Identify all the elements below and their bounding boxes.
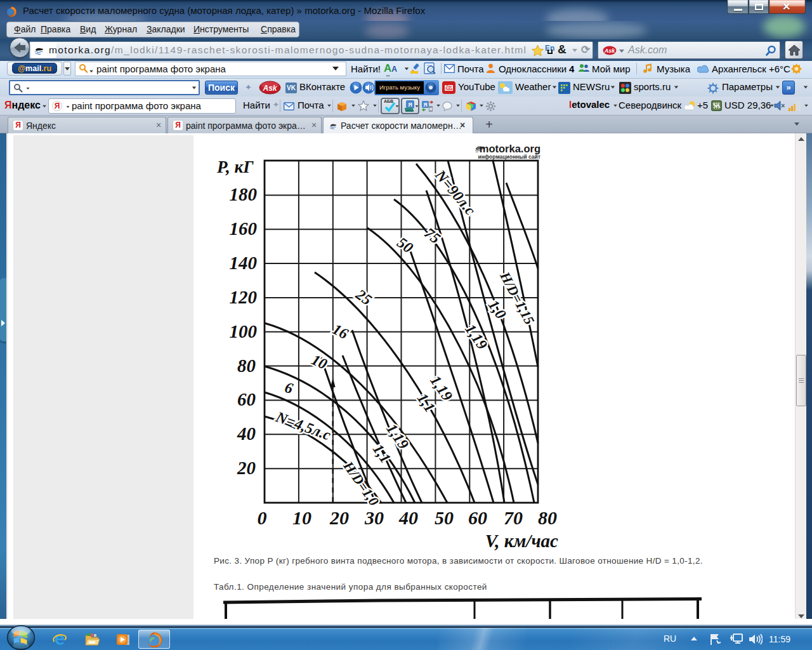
svg-text:140: 140 (230, 253, 258, 273)
svg-text:я: я (429, 106, 432, 112)
svg-text:V, км/час: V, км/час (485, 531, 558, 551)
svg-text:40: 40 (398, 507, 418, 528)
svg-text:motorka.org: motorka.org (480, 143, 540, 154)
svg-text:Я: Я (408, 102, 412, 108)
svg-text:Р, кГ: Р, кГ (216, 157, 254, 176)
svg-text:60: 60 (237, 389, 256, 409)
svg-text:30: 30 (364, 507, 384, 528)
svg-text:10: 10 (292, 507, 311, 528)
svg-text:50: 50 (435, 507, 454, 528)
svg-text:информационный сайт: информационный сайт (478, 154, 540, 160)
svg-text:6: 6 (283, 379, 294, 397)
svg-text:100: 100 (230, 321, 258, 342)
svg-text:25: 25 (352, 286, 374, 308)
svg-text:60: 60 (468, 507, 487, 528)
svg-text:N=4,5л.с: N=4,5л.с (273, 408, 334, 444)
svg-text:20: 20 (329, 507, 349, 528)
svg-text:0: 0 (258, 507, 267, 528)
svg-text:160: 160 (230, 218, 258, 239)
svg-text:1,1: 1,1 (414, 390, 439, 415)
svg-text:80: 80 (538, 507, 557, 528)
svg-text:70: 70 (504, 507, 523, 528)
svg-text:180: 180 (230, 184, 258, 204)
svg-text:120: 120 (230, 287, 258, 307)
svg-text:20: 20 (237, 458, 256, 478)
svg-text:Ask: Ask (262, 84, 277, 93)
svg-text:40: 40 (237, 423, 256, 444)
svg-text:Я: Я (423, 102, 427, 108)
svg-text:80: 80 (237, 355, 256, 376)
svg-text:Ask: Ask (604, 48, 616, 54)
